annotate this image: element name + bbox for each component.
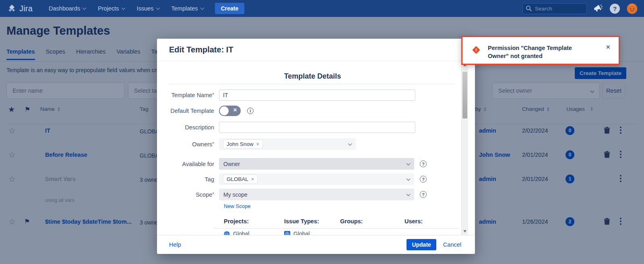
default-template-label: Default Template: [157, 108, 219, 114]
edit-template-modal: Edit Template: IT Template Details Templ…: [157, 39, 475, 254]
chevron-down-icon: [121, 6, 125, 10]
description-input[interactable]: [219, 122, 415, 133]
search-icon: [526, 5, 532, 12]
chevron-down-icon: [156, 6, 160, 10]
nav-templates-label: Templates: [171, 5, 198, 12]
toast-message: Permission "Change Template Owner" not g…: [488, 44, 591, 60]
scroll-down-arrow[interactable]: [463, 230, 466, 233]
owner-chip-label: John Snow: [227, 141, 254, 147]
section-divider: [169, 84, 455, 84]
warning-icon: !: [472, 46, 480, 54]
modal-scrollbar[interactable]: [461, 61, 468, 235]
nav-search: [522, 3, 587, 14]
cancel-link[interactable]: Cancel: [443, 241, 461, 248]
chevron-down-icon: [407, 161, 411, 165]
globe-square-icon: [284, 231, 290, 235]
help-icon[interactable]: ?: [420, 160, 427, 167]
nav-menu: Dashboards Projects Issues Templates: [49, 5, 204, 12]
create-button[interactable]: Create: [215, 3, 245, 14]
top-navbar: Jira Dashboards Projects Issues Template…: [0, 0, 644, 17]
toggle-off-mark: ✕: [233, 107, 237, 113]
default-template-toggle[interactable]: ✕: [219, 106, 241, 116]
nav-projects[interactable]: Projects: [98, 5, 124, 12]
chevron-down-icon: [200, 6, 204, 10]
template-name-label: Template Name*: [157, 92, 219, 98]
field-template-name: Template Name*: [157, 89, 415, 101]
owners-label: Owners*: [157, 141, 219, 148]
tag-chip: GLOBAL ×: [223, 175, 257, 183]
chevron-down-icon: [348, 141, 352, 146]
nav-projects-label: Projects: [98, 5, 119, 12]
available-for-value: Owner: [223, 161, 240, 167]
search-input[interactable]: [522, 3, 587, 14]
modal-footer: Help Update Cancel: [157, 235, 475, 254]
jira-logo-icon: [7, 4, 17, 13]
new-scope-link[interactable]: New Scope: [224, 203, 250, 209]
chip-remove-icon[interactable]: ×: [256, 141, 259, 147]
permission-toast: ! Permission "Change Template Owner" not…: [461, 36, 620, 65]
issue-types-global-label: Global: [293, 231, 310, 235]
scope-select[interactable]: My scope: [219, 189, 414, 200]
globe-icon: [224, 231, 230, 235]
scrollbar-thumb[interactable]: [462, 72, 467, 118]
users-column-label: Users:: [405, 218, 423, 225]
projects-global-label: Global: [233, 231, 249, 235]
user-avatar[interactable]: [627, 3, 638, 14]
nav-issues[interactable]: Issues: [137, 5, 159, 12]
projects-column-label: Projects:: [224, 218, 249, 225]
required-marker: *: [212, 141, 214, 147]
required-marker: *: [212, 191, 214, 197]
field-owners: Owners* John Snow ×: [157, 138, 356, 150]
tag-select[interactable]: GLOBAL ×: [219, 173, 414, 185]
issue-types-global-value: Global: [284, 231, 310, 235]
help-icon[interactable]: ?: [610, 4, 620, 14]
tag-label: Tag: [157, 176, 219, 183]
chevron-down-icon: [407, 192, 411, 196]
nav-right: ?: [522, 3, 638, 14]
scope-preview-divider: [213, 228, 459, 229]
nav-dashboards[interactable]: Dashboards: [49, 5, 86, 12]
scope-label: Scope*: [157, 191, 219, 198]
field-default-template: Default Template ✕ i: [157, 106, 254, 116]
toggle-knob: [220, 106, 229, 115]
available-for-label: Available for: [157, 161, 219, 167]
tag-chip-label: GLOBAL: [227, 176, 248, 182]
announcement-icon[interactable]: [594, 4, 603, 13]
scope-value: My scope: [223, 191, 248, 198]
template-name-input[interactable]: [219, 89, 415, 101]
owner-chip: John Snow ×: [223, 140, 262, 148]
groups-column-label: Groups:: [340, 218, 363, 225]
field-description: Description: [157, 122, 415, 133]
modal-body: Template Details Template Name* Default …: [157, 61, 468, 235]
nav-templates[interactable]: Templates: [171, 5, 204, 12]
required-marker: *: [212, 92, 214, 98]
description-label: Description: [157, 124, 219, 131]
toast-close-icon[interactable]: ✕: [605, 44, 611, 51]
nav-dashboards-label: Dashboards: [49, 5, 80, 12]
info-icon[interactable]: i: [247, 108, 254, 114]
help-icon[interactable]: ?: [420, 191, 427, 198]
modal-title: Edit Template: IT: [169, 45, 233, 54]
field-available-for: Available for Owner ?: [157, 158, 427, 170]
section-title: Template Details: [157, 72, 468, 81]
owners-select[interactable]: John Snow ×: [219, 138, 356, 150]
jira-logo[interactable]: Jira: [7, 4, 33, 13]
help-icon[interactable]: ?: [420, 176, 427, 183]
projects-global-value: Global: [224, 231, 249, 235]
modal-header: Edit Template: IT: [157, 39, 475, 61]
chip-remove-icon[interactable]: ×: [251, 177, 254, 182]
update-button[interactable]: Update: [407, 239, 436, 250]
field-scope: Scope* My scope ?: [157, 189, 427, 200]
nav-issues-label: Issues: [137, 5, 154, 12]
help-link[interactable]: Help: [169, 241, 181, 248]
chevron-down-icon: [407, 177, 411, 181]
brand-name: Jira: [19, 4, 33, 13]
available-for-select[interactable]: Owner: [219, 158, 414, 170]
chevron-down-icon: [83, 6, 87, 10]
field-tag: Tag GLOBAL × ?: [157, 173, 427, 185]
issue-types-column-label: Issue Types:: [284, 218, 319, 225]
